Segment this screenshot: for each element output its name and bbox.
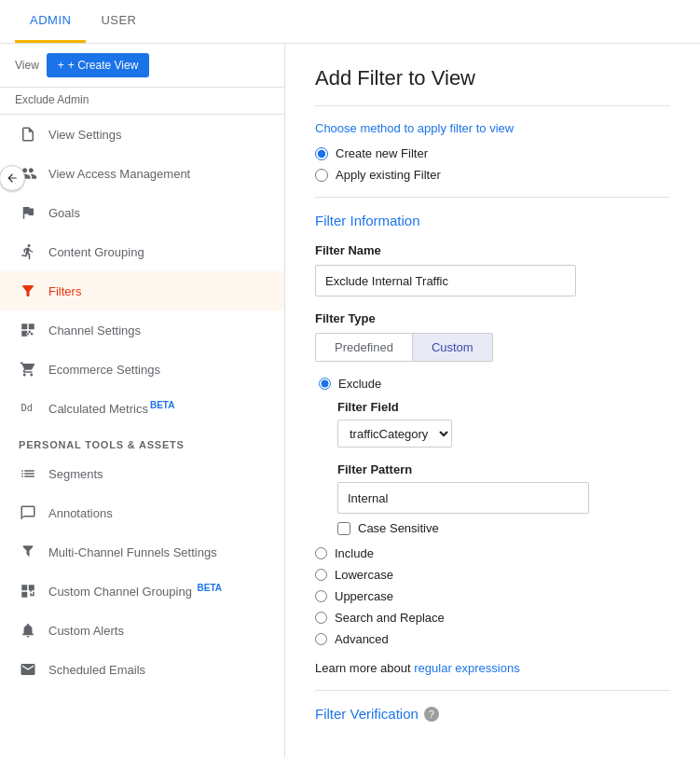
- page-title: Add Filter to View: [315, 66, 670, 90]
- sidebar-item-filters[interactable]: Filters: [0, 271, 284, 310]
- emails-icon: [19, 660, 37, 679]
- exclude-radio[interactable]: [319, 378, 331, 390]
- alerts-icon: [19, 621, 37, 640]
- view-label: View: [15, 59, 39, 72]
- include-radio[interactable]: [315, 547, 327, 559]
- exclude-option[interactable]: Exclude: [319, 377, 670, 391]
- create-filter-radio[interactable]: [315, 147, 328, 160]
- sidebar-item-content-grouping[interactable]: Content Grouping: [0, 232, 284, 271]
- sidebar-item-annotations[interactable]: Annotations: [0, 493, 284, 532]
- filter-icon: [19, 282, 37, 300]
- predefined-tab[interactable]: Predefined: [316, 334, 413, 361]
- filter-link[interactable]: filter: [450, 121, 474, 135]
- search-replace-option[interactable]: Search and Replace: [315, 611, 670, 625]
- choose-method-label: Choose method to apply filter to view: [315, 121, 670, 135]
- layout: View + + Create View Exclude Admin View …: [0, 44, 700, 757]
- person-run-icon: [19, 242, 37, 261]
- lowercase-label: Lowercase: [335, 568, 393, 582]
- case-sensitive-row: Case Sensitive: [337, 521, 670, 535]
- advanced-option[interactable]: Advanced: [315, 632, 670, 646]
- sidebar-item-custom-alerts[interactable]: Custom Alerts: [0, 611, 284, 650]
- filter-pattern-input[interactable]: [337, 482, 589, 514]
- apply-filter-radio[interactable]: [315, 169, 328, 182]
- main-content: Add Filter to View Choose method to appl…: [285, 44, 700, 757]
- sidebar-item-funnels-label: Multi-Channel Funnels Settings: [48, 545, 269, 559]
- uppercase-option[interactable]: Uppercase: [315, 589, 670, 603]
- sidebar-item-segments[interactable]: Segments: [0, 454, 284, 493]
- tab-user[interactable]: USER: [86, 0, 151, 43]
- sidebar-view-row: View + + Create View: [0, 44, 284, 88]
- filter-field-select-row: trafficCategory: [337, 420, 670, 448]
- create-view-button[interactable]: + + Create View: [47, 53, 150, 77]
- create-filter-label: Create new Filter: [336, 146, 428, 160]
- filter-info-divider: [315, 197, 670, 198]
- plus-icon: +: [58, 59, 64, 72]
- lowercase-option[interactable]: Lowercase: [315, 568, 670, 582]
- sidebar-item-custom-channel[interactable]: Custom Channel Grouping BETA: [0, 572, 284, 611]
- case-sensitive-checkbox[interactable]: [337, 522, 350, 535]
- sidebar-item-calculated-metrics[interactable]: Dd Calculated MetricsBETA: [0, 389, 284, 428]
- filter-name-label: Filter Name: [315, 243, 670, 257]
- include-label: Include: [335, 546, 374, 560]
- help-icon[interactable]: ?: [424, 707, 439, 722]
- sidebar-item-view-access[interactable]: View Access Management: [0, 154, 284, 193]
- cart-icon: [19, 360, 37, 379]
- sidebar-item-ecommerce-label: Ecommerce Settings: [48, 363, 269, 377]
- filter-type-label: Filter Type: [315, 311, 670, 325]
- sidebar-item-annotations-label: Annotations: [48, 506, 269, 520]
- learn-more-row: Learn more about regular expressions: [315, 661, 670, 675]
- learn-more-link[interactable]: regular expressions: [414, 661, 519, 675]
- case-sensitive-label: Case Sensitive: [358, 521, 439, 535]
- exclude-section: Exclude Filter Field trafficCategory Fil…: [319, 377, 670, 535]
- back-icon: [6, 172, 19, 185]
- uppercase-label: Uppercase: [335, 589, 393, 603]
- sidebar-item-custom-channel-label: Custom Channel Grouping BETA: [48, 583, 269, 599]
- sidebar: View + + Create View Exclude Admin View …: [0, 44, 285, 757]
- advanced-radio[interactable]: [315, 633, 327, 645]
- top-tabs: ADMIN USER: [0, 0, 700, 44]
- annotations-icon: [19, 503, 37, 522]
- calc-icon: Dd: [19, 399, 37, 418]
- sidebar-item-scheduled-emails[interactable]: Scheduled Emails: [0, 650, 284, 689]
- sidebar-item-content-grouping-label: Content Grouping: [48, 245, 269, 259]
- create-view-label: + Create View: [68, 59, 139, 72]
- channel-icon: [19, 321, 37, 339]
- sidebar-item-goals-label: Goals: [48, 206, 269, 220]
- verification-divider: [315, 690, 670, 691]
- uppercase-radio[interactable]: [315, 590, 327, 602]
- lowercase-radio[interactable]: [315, 569, 327, 581]
- custom-tab[interactable]: Custom: [413, 334, 492, 361]
- other-options: Include Lowercase Uppercase Search and R…: [315, 546, 670, 646]
- sidebar-item-ecommerce[interactable]: Ecommerce Settings: [0, 350, 284, 389]
- filter-verification-title: Filter Verification: [315, 706, 419, 722]
- sidebar-item-view-settings-label: View Settings: [48, 128, 269, 142]
- beta-badge-channel: BETA: [198, 583, 222, 593]
- sidebar-item-channel-settings[interactable]: Channel Settings: [0, 310, 284, 350]
- apply-filter-option[interactable]: Apply existing Filter: [315, 168, 670, 182]
- filter-name-input[interactable]: [315, 265, 576, 296]
- exclude-label: Exclude: [338, 377, 381, 391]
- sidebar-item-custom-alerts-label: Custom Alerts: [48, 624, 269, 638]
- sidebar-item-goals[interactable]: Goals: [0, 193, 284, 232]
- sidebar-item-scheduled-emails-label: Scheduled Emails: [48, 663, 269, 677]
- search-replace-label: Search and Replace: [335, 611, 445, 625]
- sidebar-item-funnels[interactable]: Multi-Channel Funnels Settings: [0, 532, 284, 572]
- filter-verification-row: Filter Verification ?: [315, 706, 670, 722]
- search-replace-radio[interactable]: [315, 612, 327, 624]
- funnels-icon: [19, 543, 37, 561]
- filter-type-section: Filter Type Predefined Custom: [315, 311, 670, 362]
- filter-field-select[interactable]: trafficCategory: [337, 420, 452, 448]
- create-filter-option[interactable]: Create new Filter: [315, 146, 670, 160]
- sidebar-item-segments-label: Segments: [48, 467, 269, 481]
- sidebar-item-view-settings[interactable]: View Settings: [0, 115, 284, 154]
- flag-icon: [19, 203, 37, 222]
- account-label: Exclude Admin: [0, 88, 284, 115]
- svg-text:Dd: Dd: [21, 402, 34, 413]
- document-icon: [19, 125, 37, 144]
- back-arrow-button[interactable]: [0, 165, 25, 191]
- tab-admin[interactable]: ADMIN: [15, 0, 86, 43]
- filter-type-tabs: Predefined Custom: [315, 333, 493, 362]
- sidebar-item-calculated-metrics-label: Calculated MetricsBETA: [48, 400, 269, 416]
- filter-pattern-label: Filter Pattern: [337, 462, 670, 476]
- include-option[interactable]: Include: [315, 546, 670, 560]
